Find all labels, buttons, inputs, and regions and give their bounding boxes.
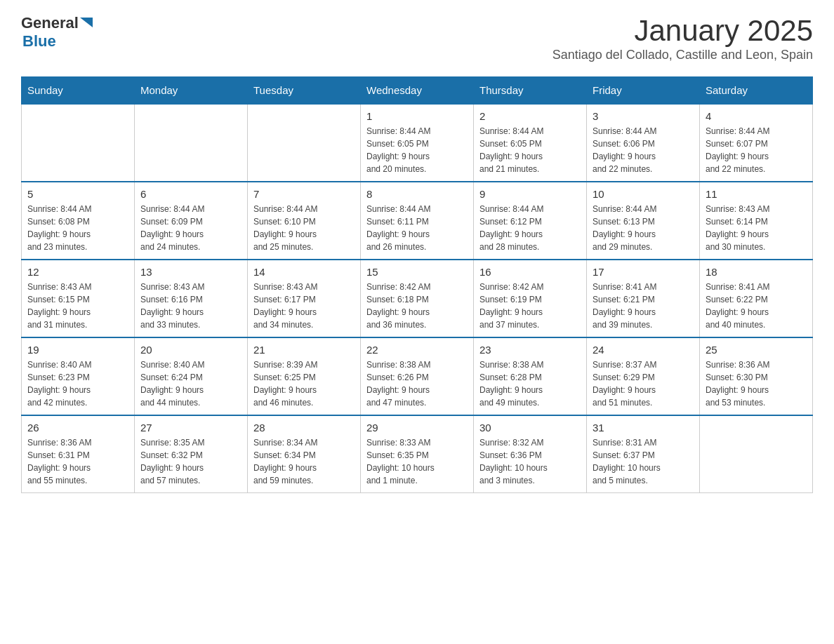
svg-marker-0 xyxy=(80,18,93,27)
calendar-cell: 1Sunrise: 8:44 AM Sunset: 6:05 PM Daylig… xyxy=(361,104,474,182)
day-number: 30 xyxy=(479,422,581,434)
day-info: Sunrise: 8:41 AM Sunset: 6:21 PM Dayligh… xyxy=(593,281,694,331)
weekday-header-wednesday: Wednesday xyxy=(361,77,474,105)
calendar-cell: 31Sunrise: 8:31 AM Sunset: 6:37 PM Dayli… xyxy=(587,415,700,493)
calendar-cell: 12Sunrise: 8:43 AM Sunset: 6:15 PM Dayli… xyxy=(22,260,135,337)
day-number: 1 xyxy=(366,110,468,122)
calendar-cell: 27Sunrise: 8:35 AM Sunset: 6:32 PM Dayli… xyxy=(135,415,248,493)
day-number: 2 xyxy=(479,110,581,122)
day-info: Sunrise: 8:43 AM Sunset: 6:17 PM Dayligh… xyxy=(253,281,355,331)
day-info: Sunrise: 8:44 AM Sunset: 6:07 PM Dayligh… xyxy=(706,125,807,175)
calendar-cell: 5Sunrise: 8:44 AM Sunset: 6:08 PM Daylig… xyxy=(22,182,135,260)
day-info: Sunrise: 8:44 AM Sunset: 6:11 PM Dayligh… xyxy=(366,203,468,253)
calendar-week-row: 26Sunrise: 8:36 AM Sunset: 6:31 PM Dayli… xyxy=(22,415,813,493)
day-number: 7 xyxy=(253,188,355,200)
calendar-week-row: 19Sunrise: 8:40 AM Sunset: 6:23 PM Dayli… xyxy=(22,337,813,415)
calendar-cell: 17Sunrise: 8:41 AM Sunset: 6:21 PM Dayli… xyxy=(587,260,700,337)
calendar-cell: 13Sunrise: 8:43 AM Sunset: 6:16 PM Dayli… xyxy=(135,260,248,337)
day-info: Sunrise: 8:42 AM Sunset: 6:18 PM Dayligh… xyxy=(366,281,468,331)
day-number: 27 xyxy=(140,422,241,434)
calendar-cell: 3Sunrise: 8:44 AM Sunset: 6:06 PM Daylig… xyxy=(587,104,700,182)
day-number: 24 xyxy=(593,344,694,356)
day-info: Sunrise: 8:44 AM Sunset: 6:10 PM Dayligh… xyxy=(253,203,355,253)
weekday-header-saturday: Saturday xyxy=(700,77,813,105)
calendar-cell xyxy=(700,415,813,493)
weekday-header-sunday: Sunday xyxy=(22,77,135,105)
day-info: Sunrise: 8:42 AM Sunset: 6:19 PM Dayligh… xyxy=(479,281,581,331)
day-info: Sunrise: 8:43 AM Sunset: 6:14 PM Dayligh… xyxy=(706,203,807,253)
day-number: 8 xyxy=(366,188,468,200)
day-number: 31 xyxy=(593,422,694,434)
day-number: 17 xyxy=(593,266,694,278)
day-info: Sunrise: 8:39 AM Sunset: 6:25 PM Dayligh… xyxy=(253,358,355,409)
day-info: Sunrise: 8:36 AM Sunset: 6:30 PM Dayligh… xyxy=(706,358,807,409)
day-number: 16 xyxy=(479,266,581,278)
weekday-header-thursday: Thursday xyxy=(474,77,587,105)
calendar-week-row: 1Sunrise: 8:44 AM Sunset: 6:05 PM Daylig… xyxy=(22,104,813,182)
weekday-header-monday: Monday xyxy=(135,77,248,105)
calendar-cell: 26Sunrise: 8:36 AM Sunset: 6:31 PM Dayli… xyxy=(22,415,135,493)
calendar-cell: 6Sunrise: 8:44 AM Sunset: 6:09 PM Daylig… xyxy=(135,182,248,260)
day-number: 15 xyxy=(366,266,468,278)
location-subtitle: Santiago del Collado, Castille and Leon,… xyxy=(552,48,813,62)
day-info: Sunrise: 8:44 AM Sunset: 6:06 PM Dayligh… xyxy=(593,125,694,175)
day-number: 23 xyxy=(479,344,581,356)
day-info: Sunrise: 8:40 AM Sunset: 6:23 PM Dayligh… xyxy=(27,358,128,409)
day-number: 6 xyxy=(140,188,241,200)
day-info: Sunrise: 8:35 AM Sunset: 6:32 PM Dayligh… xyxy=(140,436,241,487)
day-number: 29 xyxy=(366,422,468,434)
calendar-cell: 24Sunrise: 8:37 AM Sunset: 6:29 PM Dayli… xyxy=(587,337,700,415)
calendar-cell: 22Sunrise: 8:38 AM Sunset: 6:26 PM Dayli… xyxy=(361,337,474,415)
day-number: 12 xyxy=(27,266,128,278)
day-info: Sunrise: 8:44 AM Sunset: 6:13 PM Dayligh… xyxy=(593,203,694,253)
calendar-cell: 28Sunrise: 8:34 AM Sunset: 6:34 PM Dayli… xyxy=(248,415,361,493)
day-info: Sunrise: 8:40 AM Sunset: 6:24 PM Dayligh… xyxy=(140,358,241,409)
calendar-table: SundayMondayTuesdayWednesdayThursdayFrid… xyxy=(21,76,813,493)
calendar-cell: 16Sunrise: 8:42 AM Sunset: 6:19 PM Dayli… xyxy=(474,260,587,337)
day-info: Sunrise: 8:44 AM Sunset: 6:12 PM Dayligh… xyxy=(479,203,581,253)
day-info: Sunrise: 8:38 AM Sunset: 6:26 PM Dayligh… xyxy=(366,358,468,409)
calendar-cell: 19Sunrise: 8:40 AM Sunset: 6:23 PM Dayli… xyxy=(22,337,135,415)
calendar-cell xyxy=(22,104,135,182)
calendar-header: SundayMondayTuesdayWednesdayThursdayFrid… xyxy=(22,77,813,105)
calendar-cell: 25Sunrise: 8:36 AM Sunset: 6:30 PM Dayli… xyxy=(700,337,813,415)
day-info: Sunrise: 8:31 AM Sunset: 6:37 PM Dayligh… xyxy=(593,436,694,487)
month-title: January 2025 xyxy=(552,14,813,48)
calendar-cell: 2Sunrise: 8:44 AM Sunset: 6:05 PM Daylig… xyxy=(474,104,587,182)
day-info: Sunrise: 8:34 AM Sunset: 6:34 PM Dayligh… xyxy=(253,436,355,487)
day-info: Sunrise: 8:44 AM Sunset: 6:09 PM Dayligh… xyxy=(140,203,241,253)
day-number: 26 xyxy=(27,422,128,434)
day-number: 3 xyxy=(593,110,694,122)
logo-blue-text: Blue xyxy=(22,32,56,50)
day-number: 22 xyxy=(366,344,468,356)
day-number: 11 xyxy=(706,188,807,200)
day-info: Sunrise: 8:37 AM Sunset: 6:29 PM Dayligh… xyxy=(593,358,694,409)
calendar-cell: 23Sunrise: 8:38 AM Sunset: 6:28 PM Dayli… xyxy=(474,337,587,415)
calendar-cell: 18Sunrise: 8:41 AM Sunset: 6:22 PM Dayli… xyxy=(700,260,813,337)
day-info: Sunrise: 8:43 AM Sunset: 6:15 PM Dayligh… xyxy=(27,281,128,331)
calendar-cell xyxy=(248,104,361,182)
calendar-cell: 8Sunrise: 8:44 AM Sunset: 6:11 PM Daylig… xyxy=(361,182,474,260)
calendar-cell: 11Sunrise: 8:43 AM Sunset: 6:14 PM Dayli… xyxy=(700,182,813,260)
day-info: Sunrise: 8:36 AM Sunset: 6:31 PM Dayligh… xyxy=(27,436,128,487)
day-number: 19 xyxy=(27,344,128,356)
day-number: 5 xyxy=(27,188,128,200)
calendar-cell: 20Sunrise: 8:40 AM Sunset: 6:24 PM Dayli… xyxy=(135,337,248,415)
day-number: 10 xyxy=(593,188,694,200)
page-header: General Blue January 2025 Santiago del C… xyxy=(21,14,813,62)
logo: General Blue xyxy=(21,14,95,51)
weekday-header-friday: Friday xyxy=(587,77,700,105)
weekday-header-row: SundayMondayTuesdayWednesdayThursdayFrid… xyxy=(22,77,813,105)
day-number: 25 xyxy=(706,344,807,356)
calendar-cell: 14Sunrise: 8:43 AM Sunset: 6:17 PM Dayli… xyxy=(248,260,361,337)
day-info: Sunrise: 8:32 AM Sunset: 6:36 PM Dayligh… xyxy=(479,436,581,487)
day-info: Sunrise: 8:33 AM Sunset: 6:35 PM Dayligh… xyxy=(366,436,468,487)
day-number: 21 xyxy=(253,344,355,356)
day-info: Sunrise: 8:41 AM Sunset: 6:22 PM Dayligh… xyxy=(706,281,807,331)
calendar-cell: 30Sunrise: 8:32 AM Sunset: 6:36 PM Dayli… xyxy=(474,415,587,493)
calendar-cell xyxy=(135,104,248,182)
weekday-header-tuesday: Tuesday xyxy=(248,77,361,105)
calendar-week-row: 12Sunrise: 8:43 AM Sunset: 6:15 PM Dayli… xyxy=(22,260,813,337)
day-number: 14 xyxy=(253,266,355,278)
day-info: Sunrise: 8:44 AM Sunset: 6:05 PM Dayligh… xyxy=(479,125,581,175)
